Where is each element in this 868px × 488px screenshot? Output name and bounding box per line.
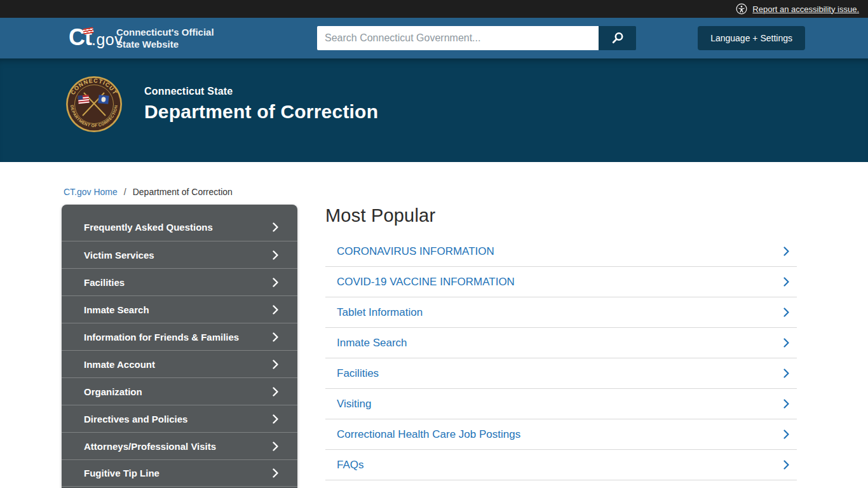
tagline-line2: State Website: [116, 38, 214, 50]
sidebar-item-inmate-search[interactable]: Inmate Search: [62, 295, 297, 323]
chevron-right-icon: [783, 430, 789, 439]
sidebar-item-label: Victim Services: [84, 250, 154, 261]
official-website-tagline: Connecticut's Official State Website: [116, 26, 214, 50]
popular-link-label: CORONAVIRUS INFORMATION: [337, 245, 494, 258]
sidebar-item-fugitive-tip-line[interactable]: Fugitive Tip Line: [62, 459, 297, 487]
popular-link-label: COVID-19 VACCINE INFORMATION: [337, 276, 515, 288]
chevron-right-icon: [273, 222, 278, 232]
popular-link-label: Facilities: [337, 367, 379, 380]
chevron-right-icon: [783, 399, 789, 409]
popular-link-label: FAQs: [337, 459, 364, 471]
chevron-right-icon: [783, 247, 789, 256]
chevron-right-icon: [273, 332, 278, 342]
accessibility-icon: [736, 3, 747, 15]
search-button[interactable]: [599, 26, 636, 50]
department-of-correction-seal: CONNECTICUT DEPARTMENT OF CORRECTION: [65, 76, 123, 133]
chevron-right-icon: [273, 468, 278, 478]
popular-link-visiting[interactable]: Visiting: [325, 389, 797, 419]
sidebar-item-directives-and-policies[interactable]: Directives and Policies: [62, 405, 297, 432]
popular-link-faqs[interactable]: FAQs: [325, 450, 797, 480]
sidebar-item-label: Information for Friends & Families: [84, 332, 239, 342]
chevron-right-icon: [273, 360, 278, 369]
site-header: Ct .gov Connecticut's Official State Web…: [0, 18, 868, 58]
search-input[interactable]: [317, 26, 599, 50]
tagline-line1: Connecticut's Official: [116, 26, 214, 38]
breadcrumb-current: Department of Correction: [133, 187, 233, 197]
sidebar-item-label: Inmate Account: [84, 359, 155, 370]
sidebar-item-organization[interactable]: Organization: [62, 377, 297, 405]
report-accessibility-link[interactable]: Report an accessibility issue.: [752, 4, 859, 14]
agency-banner: CONNECTICUT DEPARTMENT OF CORRECTION Con…: [0, 58, 868, 162]
chevron-right-icon: [273, 414, 278, 424]
sidebar-item-inmate-account[interactable]: Inmate Account: [62, 350, 297, 377]
accessibility-bar: Report an accessibility issue.: [0, 0, 868, 18]
sidebar-item-label: Frequently Asked Questions: [84, 222, 213, 233]
page-title: Department of Correction: [144, 101, 378, 123]
popular-link-correctional-health-care-job-postings[interactable]: Correctional Health Care Job Postings: [325, 419, 797, 450]
sidebar-item-information-for-friends-families[interactable]: Information for Friends & Families: [62, 323, 297, 350]
chevron-right-icon: [273, 250, 278, 260]
left-nav-panel: Frequently Asked Questions Victim Servic…: [62, 205, 297, 488]
language-settings-button[interactable]: Language + Settings: [698, 26, 805, 50]
agency-pretitle: Connecticut State: [144, 86, 378, 97]
sidebar-item-label: Fugitive Tip Line: [84, 468, 159, 478]
most-popular-section: Most Popular CORONAVIRUS INFORMATION COV…: [325, 205, 797, 480]
sidebar-item-label: Inmate Search: [84, 304, 149, 315]
sidebar-item-attorneys-professional-visits[interactable]: Attorneys/Professional Visits: [62, 432, 297, 459]
chevron-right-icon: [783, 369, 789, 378]
sidebar-item-label: Facilities: [84, 277, 125, 288]
sidebar-item-victim-services[interactable]: Victim Services: [62, 241, 297, 268]
connecticut-flag-icon: [98, 95, 109, 104]
sidebar-item-label: Directives and Policies: [84, 414, 187, 424]
chevron-right-icon: [783, 308, 789, 317]
chevron-right-icon: [273, 442, 278, 451]
search-icon: [611, 31, 625, 45]
site-search: [317, 26, 636, 50]
popular-link-label: Correctional Health Care Job Postings: [337, 428, 520, 441]
us-flag-icon: [78, 95, 89, 104]
popular-link-inmate-search[interactable]: Inmate Search: [325, 328, 797, 358]
ctgov-logo[interactable]: Ct .gov: [69, 24, 123, 51]
popular-link-coronavirus-information[interactable]: CORONAVIRUS INFORMATION: [325, 236, 797, 267]
sidebar-item-facilities[interactable]: Facilities: [62, 268, 297, 295]
chevron-right-icon: [783, 460, 789, 470]
chevron-right-icon: [783, 277, 789, 287]
popular-link-label: Tablet Information: [337, 306, 423, 319]
sidebar-item-label: Organization: [84, 386, 142, 397]
popular-link-facilities[interactable]: Facilities: [325, 358, 797, 389]
popular-link-tablet-information[interactable]: Tablet Information: [325, 297, 797, 328]
breadcrumb: CT.gov Home / Department of Correction: [0, 162, 868, 197]
content-columns: Frequently Asked Questions Victim Servic…: [0, 205, 868, 488]
popular-link-covid19-vaccine-information[interactable]: COVID-19 VACCINE INFORMATION: [325, 267, 797, 297]
sidebar-item-frequently-asked-questions[interactable]: Frequently Asked Questions: [62, 214, 297, 241]
chevron-right-icon: [273, 305, 278, 315]
chevron-right-icon: [273, 387, 278, 396]
section-heading: Most Popular: [325, 205, 797, 226]
breadcrumb-separator: /: [124, 187, 126, 197]
popular-link-label: Inmate Search: [337, 337, 407, 349]
popular-link-label: Visiting: [337, 398, 372, 410]
sidebar-item-label: Attorneys/Professional Visits: [84, 441, 216, 452]
chevron-right-icon: [783, 338, 789, 348]
chevron-right-icon: [273, 278, 278, 287]
breadcrumb-home-link[interactable]: CT.gov Home: [64, 187, 118, 197]
